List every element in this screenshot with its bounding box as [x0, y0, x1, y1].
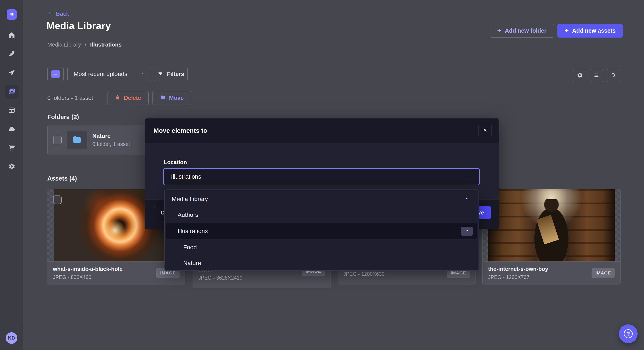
- add-assets-label: Add new assets: [572, 28, 616, 34]
- location-label: Location: [164, 159, 187, 166]
- caret-down-icon: [140, 71, 145, 78]
- collapse-button[interactable]: [461, 227, 473, 236]
- paper-plane-icon: [8, 69, 15, 77]
- asset-meta: JPEG - 1200X707: [488, 274, 548, 280]
- sidebar-item-media-library-active[interactable]: [5, 85, 18, 99]
- select-all-checkbox[interactable]: [47, 67, 64, 81]
- sidebar-item-cloud[interactable]: [7, 125, 16, 134]
- tree-option-label: Media Library: [172, 196, 208, 203]
- asset-checkbox[interactable]: [53, 195, 62, 204]
- folder-tile: [67, 131, 87, 149]
- tree-option-illustrations-selected[interactable]: Illustrations: [166, 223, 477, 239]
- tree-option-label: Food: [183, 244, 197, 251]
- trash-icon: [115, 95, 120, 102]
- tree-option-media-library[interactable]: Media Library: [165, 191, 478, 207]
- tree-option-label: Nature: [183, 260, 201, 266]
- folder-checkbox[interactable]: [53, 136, 62, 144]
- checkbox-indeterminate-icon: [51, 70, 60, 78]
- add-new-assets-button[interactable]: + Add new assets: [558, 24, 623, 38]
- sidebar-item-content-type-builder[interactable]: [7, 106, 16, 115]
- tree-option-nature[interactable]: Nature: [165, 255, 478, 271]
- breadcrumb: Media Library / Illustrations: [47, 41, 122, 48]
- arrow-left-icon: [47, 10, 53, 17]
- move-label: Move: [169, 95, 184, 101]
- close-button[interactable]: [478, 124, 492, 137]
- help-button[interactable]: ?: [619, 324, 638, 343]
- asset-meta: JPEG - 3628X2419: [198, 275, 242, 281]
- sort-dropdown[interactable]: Most recent uploads: [68, 67, 152, 81]
- grid-settings-button[interactable]: [573, 69, 586, 82]
- folder-meta: 0 folder, 1 asset: [92, 141, 130, 147]
- list-view-button[interactable]: [590, 69, 603, 82]
- library-image: [488, 189, 615, 261]
- sidebar-divider: [0, 23, 24, 23]
- tree-option-food[interactable]: Food: [165, 240, 478, 255]
- asset-meta: JPEG - 800X466: [53, 274, 122, 280]
- list-icon: [594, 72, 600, 79]
- chevron-up-icon[interactable]: [464, 196, 470, 203]
- location-combobox[interactable]: Illustrations: [163, 168, 480, 185]
- chevron-up-icon: [464, 228, 469, 235]
- gear-icon: [577, 72, 583, 79]
- modal-header: Move elements to: [145, 118, 498, 143]
- caret-down-icon: [468, 174, 472, 179]
- cloud-icon: [8, 126, 15, 134]
- page-title: Media Library: [46, 20, 111, 32]
- search-icon: [610, 72, 616, 79]
- tree-option-authors[interactable]: Authors: [165, 207, 478, 223]
- media-library-page: KD Back Media Library Media Library / Il…: [0, 0, 644, 350]
- sidebar-item-marketplace[interactable]: [7, 143, 16, 153]
- folder-name: Nature: [92, 133, 130, 139]
- filters-label: Filters: [167, 71, 184, 78]
- asset-card-internet-own-boy[interactable]: the-internet-s-own-boy JPEG - 1200X707 I…: [482, 189, 620, 284]
- plus-icon: +: [497, 27, 502, 34]
- feather-icon: [8, 50, 15, 58]
- home-icon: [8, 31, 15, 40]
- media-library-icon: [8, 87, 16, 96]
- strapi-logo-icon[interactable]: [6, 10, 17, 20]
- sidebar-item-home[interactable]: [7, 31, 16, 40]
- location-value: Illustrations: [171, 173, 201, 180]
- sidebar-bottom-divider: [0, 327, 24, 327]
- assets-heading: Assets (4): [47, 175, 77, 182]
- help-icon: ?: [624, 329, 633, 338]
- filters-button[interactable]: Filters: [154, 67, 188, 81]
- folders-heading: Folders (2): [47, 114, 79, 121]
- asset-type-badge: IMAGE: [592, 268, 615, 278]
- delete-button[interactable]: Delete: [107, 91, 149, 105]
- tree-option-label: Authors: [178, 211, 198, 218]
- breadcrumb-separator: /: [85, 41, 86, 48]
- delete-label: Delete: [124, 95, 141, 101]
- add-folder-label: Add new folder: [505, 28, 546, 34]
- back-link[interactable]: Back: [47, 10, 69, 17]
- sort-value: Most recent uploads: [74, 71, 127, 78]
- layout-icon: [8, 107, 15, 115]
- folder-blue-icon: [72, 135, 82, 145]
- sidebar-item-releases[interactable]: [7, 69, 16, 78]
- filter-icon: [157, 71, 163, 78]
- sidebar-item-content-manager[interactable]: [7, 50, 16, 59]
- asset-meta: JPEG - 1200X630: [343, 271, 384, 277]
- folder-icon: [160, 95, 166, 102]
- gear-icon: [8, 163, 15, 171]
- search-button[interactable]: [607, 69, 620, 82]
- user-avatar[interactable]: KD: [6, 332, 17, 344]
- asset-title: what-s-inside-a-black-hole: [53, 266, 122, 272]
- selection-count: 0 folders - 1 asset: [47, 95, 93, 101]
- location-dropdown-popover: Media Library Authors Illustrations Food…: [164, 190, 479, 271]
- sidebar: KD: [0, 0, 24, 350]
- sidebar-item-settings[interactable]: [7, 162, 16, 172]
- breadcrumb-parent[interactable]: Media Library: [47, 41, 81, 48]
- add-new-folder-button[interactable]: + Add new folder: [490, 24, 554, 38]
- back-label: Back: [56, 11, 69, 17]
- asset-title: the-internet-s-own-boy: [488, 266, 548, 272]
- cart-icon: [8, 144, 15, 152]
- modal-title: Move elements to: [154, 127, 207, 134]
- plus-icon: +: [564, 27, 569, 34]
- move-button[interactable]: Move: [152, 91, 191, 105]
- asset-thumbnail: [482, 189, 620, 262]
- close-icon: [482, 128, 488, 134]
- tree-option-label: Illustrations: [178, 228, 208, 235]
- breadcrumb-current: Illustrations: [90, 41, 122, 48]
